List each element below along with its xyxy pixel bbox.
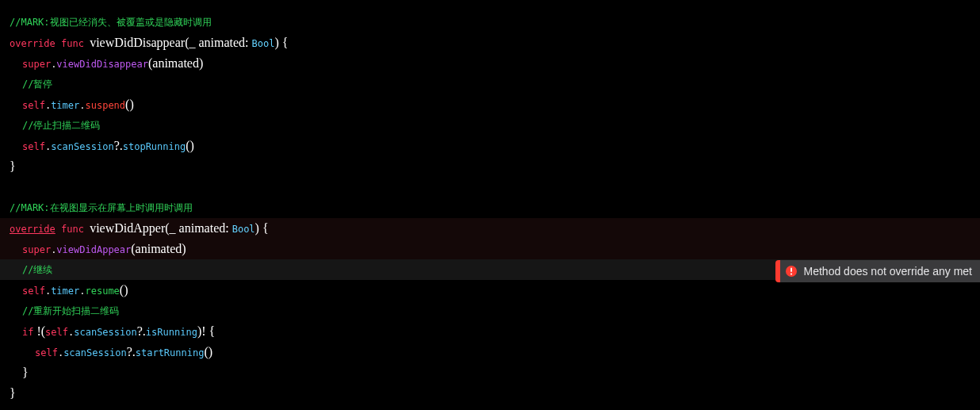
code-line: override func viewDidDisappear(_ animate… — [0, 33, 980, 53]
code-line: //停止扫描二维码 — [0, 115, 980, 136]
code-line: self.scanSession?.stopRunning() — [0, 136, 980, 156]
close-brace: } — [22, 366, 29, 379]
function-name: viewDidApper — [90, 221, 165, 235]
error-banner[interactable]: Method does not override any met — [775, 260, 980, 282]
close-brace: } — [10, 159, 16, 173]
keyword-override-error: override — [10, 224, 56, 235]
comment-continue: //继续 — [22, 264, 52, 275]
keyword-func: func — [61, 38, 84, 49]
comment-mark: //MARK:视图已经消失、被覆盖或是隐藏时调用 — [10, 17, 212, 28]
method-startrunning: startRunning — [136, 347, 205, 358]
prop-timer: timer — [51, 285, 79, 297]
error-icon — [785, 265, 798, 278]
keyword-self: self — [45, 327, 68, 338]
keyword-override: override — [10, 38, 56, 49]
keyword-self: self — [35, 347, 58, 358]
super-method: viewDidDisappear — [56, 59, 148, 70]
function-name: viewDidDisappear — [90, 36, 185, 49]
comment-pause: //暂停 — [22, 79, 52, 90]
code-line-error: override func viewDidApper(_ animated: B… — [0, 218, 980, 239]
keyword-self: self — [22, 285, 45, 297]
svg-point-2 — [790, 274, 791, 275]
param-animated: animated — [198, 36, 245, 49]
keyword-if: if — [22, 327, 33, 338]
keyword-super: super — [22, 59, 51, 70]
code-line: self.timer.resume() — [0, 280, 980, 301]
arg-animated: animated — [152, 56, 199, 70]
code-line: if !(self.scanSession?.isRunning)! { — [0, 321, 980, 342]
prop-scansession: scanSession — [63, 347, 126, 358]
code-line: //MARK:视图已经消失、被覆盖或是隐藏时调用 — [0, 12, 980, 33]
prop-scansession: scanSession — [51, 141, 113, 152]
prop-scansession: scanSession — [74, 327, 136, 338]
error-message: Method does not override any met — [804, 265, 972, 278]
code-line: self.scanSession?.startRunning() — [0, 342, 980, 362]
method-resume: resume — [86, 285, 120, 297]
keyword-self: self — [22, 141, 45, 152]
param-animated: animated — [179, 221, 226, 235]
blank-line — [0, 177, 980, 197]
code-line: } — [0, 156, 980, 177]
svg-rect-1 — [791, 268, 792, 273]
keyword-func: func — [61, 224, 84, 235]
code-line: super.viewDidDisappear(animated) — [0, 53, 980, 74]
comment-mark: //MARK:在视图显示在屏幕上时调用时调用 — [10, 202, 193, 213]
code-line: //重新开始扫描二维码 — [0, 301, 980, 321]
params-open: (_ — [185, 36, 198, 49]
code-line: } — [0, 383, 980, 404]
code-line: self.timer.suspend() — [0, 94, 980, 115]
method-stoprunning: stopRunning — [123, 141, 186, 152]
code-line: //暂停 — [0, 74, 980, 94]
keyword-self: self — [22, 100, 45, 111]
type-bool: Bool — [232, 224, 255, 235]
code-line: } — [0, 362, 980, 383]
close-brace: } — [10, 386, 16, 400]
arg-animated: animated — [136, 242, 182, 255]
prop-isrunning: isRunning — [146, 327, 197, 338]
prop-timer: timer — [51, 100, 79, 111]
code-line: //MARK:在视图显示在屏幕上时调用时调用 — [0, 197, 980, 218]
comment-stopscan: //停止扫描二维码 — [22, 120, 100, 131]
super-method: viewDidAppear — [56, 244, 131, 255]
type-bool: Bool — [252, 38, 275, 49]
comment-restart: //重新开始扫描二维码 — [22, 305, 119, 316]
keyword-super: super — [22, 244, 51, 255]
fn-tail: ) { — [274, 36, 288, 49]
code-editor[interactable]: //MARK:视图已经消失、被覆盖或是隐藏时调用 override func v… — [0, 0, 980, 410]
code-line: super.viewDidAppear(animated) — [0, 239, 980, 259]
method-suspend: suspend — [86, 100, 126, 111]
